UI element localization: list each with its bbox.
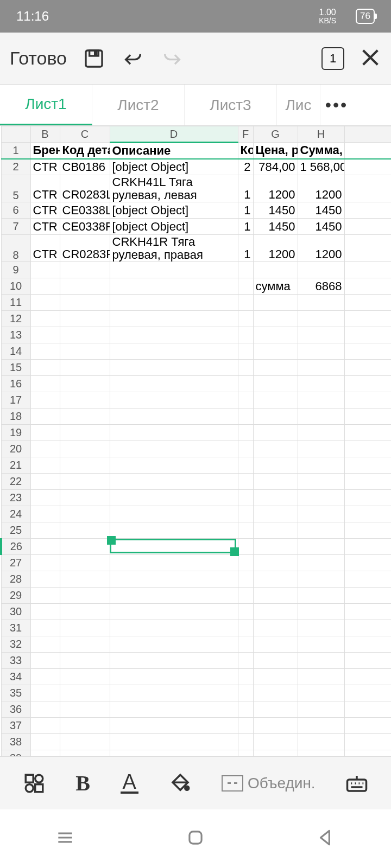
cell[interactable]	[110, 360, 238, 376]
cell[interactable]	[110, 588, 238, 604]
cell[interactable]	[110, 490, 238, 506]
cell[interactable]: 1	[238, 235, 253, 262]
sheet-tab-3[interactable]: Лист3	[185, 85, 277, 125]
cell[interactable]	[110, 571, 238, 588]
cell[interactable]	[253, 620, 298, 636]
row-header[interactable]: 28	[1, 571, 30, 588]
cell[interactable]	[60, 327, 110, 343]
cell[interactable]	[238, 327, 253, 343]
cell[interactable]	[298, 441, 344, 457]
row-header[interactable]: 18	[1, 409, 30, 425]
cell[interactable]	[253, 539, 298, 555]
row-header[interactable]: 36	[1, 701, 30, 718]
cell[interactable]	[238, 278, 253, 295]
cell[interactable]: 2	[238, 159, 253, 175]
cell[interactable]	[30, 262, 60, 278]
cell[interactable]: 1200	[298, 175, 344, 202]
cell[interactable]	[344, 343, 391, 360]
cell[interactable]	[298, 588, 344, 604]
cell[interactable]	[344, 718, 391, 734]
cell[interactable]: Ко	[238, 143, 253, 159]
col-header[interactable]: G	[253, 126, 298, 143]
row-header[interactable]: 16	[1, 376, 30, 392]
cell[interactable]	[238, 457, 253, 474]
cell[interactable]: 1	[238, 175, 253, 202]
cell[interactable]	[298, 262, 344, 278]
cell[interactable]	[253, 474, 298, 490]
row-header[interactable]: 20	[1, 441, 30, 457]
cell[interactable]: Цена, руб	[253, 143, 298, 159]
cell[interactable]	[60, 409, 110, 425]
cell[interactable]	[110, 734, 238, 750]
cell[interactable]	[344, 278, 391, 295]
table-row[interactable]: 17	[1, 392, 391, 409]
recent-apps-icon[interactable]	[55, 827, 75, 850]
cell[interactable]	[344, 409, 391, 425]
cell[interactable]	[238, 376, 253, 392]
cell[interactable]: 1450	[253, 219, 298, 235]
cell[interactable]	[30, 669, 60, 685]
row-header[interactable]: 27	[1, 555, 30, 571]
col-header[interactable]	[344, 126, 391, 143]
cell[interactable]: 1	[238, 202, 253, 219]
cell[interactable]	[238, 262, 253, 278]
row-header[interactable]: 25	[1, 522, 30, 539]
cell[interactable]	[238, 571, 253, 588]
cell[interactable]: 1200	[298, 235, 344, 262]
sheet-tab-4[interactable]: Лис	[277, 85, 320, 125]
cell[interactable]	[253, 555, 298, 571]
cell[interactable]	[30, 522, 60, 539]
cell[interactable]	[60, 441, 110, 457]
cell[interactable]	[60, 653, 110, 669]
cell[interactable]	[298, 734, 344, 750]
cell[interactable]	[110, 555, 238, 571]
table-row[interactable]: 36	[1, 701, 391, 718]
row-header[interactable]: 15	[1, 360, 30, 376]
cell[interactable]	[110, 750, 238, 757]
row-header[interactable]: 21	[1, 457, 30, 474]
cell[interactable]	[110, 539, 238, 555]
cell[interactable]: CE0338L	[60, 202, 110, 219]
cell[interactable]: CR0283L	[60, 175, 110, 202]
cell[interactable]	[298, 718, 344, 734]
cell[interactable]	[298, 327, 344, 343]
cell[interactable]	[344, 506, 391, 522]
cell[interactable]: Сумма, руб.	[298, 143, 344, 159]
cell[interactable]	[253, 457, 298, 474]
cell[interactable]	[30, 425, 60, 441]
table-row[interactable]: 39	[1, 750, 391, 757]
cell[interactable]	[60, 571, 110, 588]
cell[interactable]	[298, 474, 344, 490]
undo-icon[interactable]	[121, 47, 145, 71]
cell[interactable]	[30, 539, 60, 555]
cell[interactable]	[253, 311, 298, 327]
cell[interactable]	[344, 734, 391, 750]
row-header[interactable]: 8	[1, 235, 30, 262]
cell[interactable]	[238, 522, 253, 539]
cell[interactable]	[253, 701, 298, 718]
done-button[interactable]: Готово	[10, 48, 67, 69]
cell[interactable]	[344, 143, 391, 159]
cell[interactable]	[253, 571, 298, 588]
cell[interactable]	[30, 360, 60, 376]
cell[interactable]	[298, 522, 344, 539]
row-header[interactable]: 9	[1, 262, 30, 278]
cell[interactable]	[253, 327, 298, 343]
table-row[interactable]: 5CTRCR0283LCRKH41L Тяга рулевая, левая11…	[1, 175, 391, 202]
cell[interactable]	[238, 539, 253, 555]
cell[interactable]	[30, 571, 60, 588]
font-color-button[interactable]: A	[121, 773, 138, 793]
cell[interactable]	[344, 457, 391, 474]
cell[interactable]	[110, 311, 238, 327]
table-row[interactable]: 27	[1, 555, 391, 571]
cell[interactable]	[30, 343, 60, 360]
table-row[interactable]: 10сумма6868	[1, 278, 391, 295]
cell[interactable]	[344, 685, 391, 701]
cell[interactable]	[60, 669, 110, 685]
cell[interactable]	[344, 653, 391, 669]
cell[interactable]	[344, 159, 391, 175]
cell[interactable]	[30, 620, 60, 636]
table-row[interactable]: 1 Бренд Код детали Описание Ко Цена, руб…	[1, 143, 391, 159]
cell[interactable]	[238, 311, 253, 327]
table-row[interactable]: 30	[1, 604, 391, 620]
